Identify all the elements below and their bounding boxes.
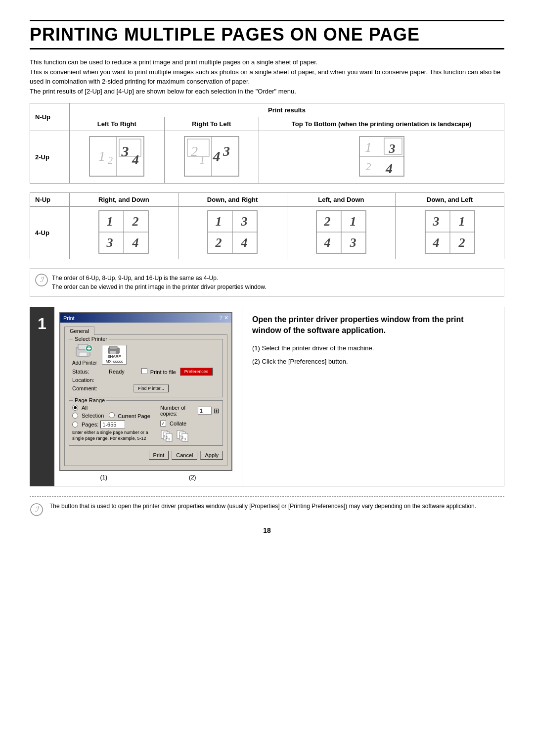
svg-text:3: 3 [432, 214, 439, 229]
svg-text:2: 2 [323, 214, 330, 229]
2up-right-to-left: 2 1 4 3 [164, 131, 259, 184]
bottom-note: ℐ The button that is used to open the pr… [30, 496, 504, 517]
all-label: All [82, 405, 88, 411]
step-1-section: 1 Print ? ✕ General Select Printer [30, 307, 504, 486]
all-radio[interactable] [72, 405, 78, 411]
printer-icon-area: Add Printer SHARPMX-xxxxx [72, 343, 220, 366]
copies-label: Number of copies: [160, 405, 196, 417]
collate-checkbox[interactable]: ✓ [160, 421, 166, 426]
print-to-file-area: Print to file [141, 368, 176, 375]
col-top-to-bottom: Top To Bottom (when the printing orienta… [259, 117, 504, 131]
add-printer-area: Add Printer [72, 343, 97, 366]
4up-down-right: 1 3 2 4 [178, 207, 287, 259]
pages-radio[interactable] [72, 422, 78, 427]
printer-name: SHARPMX-xxxxx [106, 354, 123, 364]
diagram-4up-ld: 2 1 4 3 [314, 210, 368, 254]
copies-input[interactable] [198, 407, 212, 415]
col-down-left: Down, and Left [396, 193, 504, 207]
svg-text:4: 4 [385, 161, 393, 176]
svg-text:3: 3 [168, 437, 171, 441]
dialog-section-printer-label: Select Printer [73, 336, 109, 342]
comment-label: Comment: [72, 385, 107, 391]
pages-hint: Enter either a single page number or a s… [72, 430, 150, 441]
callout-1: (1) [100, 474, 107, 481]
diagram-4up-rd: 1 2 3 4 [96, 210, 151, 254]
nup-header-4up: N-Up [30, 193, 70, 207]
svg-text:2: 2 [191, 143, 198, 159]
preferences-button[interactable]: Preferences [180, 368, 213, 376]
svg-text:1: 1 [458, 214, 465, 229]
svg-text:1: 1 [107, 214, 113, 229]
dialog-section-page-label: Page Range [73, 397, 106, 403]
note1-line1: The order of 6-Up, 8-Up, 9-Up, and 16-Up… [52, 274, 497, 283]
page-range-col: All Selection Current Page [72, 405, 150, 442]
note-box-1: ℐ The order of 6-Up, 8-Up, 9-Up, and 16-… [30, 268, 504, 297]
svg-rect-58 [110, 346, 117, 349]
intro-text: This function can be used to reduce a pr… [30, 57, 504, 96]
print-results-table-4up: N-Up Right, and Down Down, and Right Lef… [30, 192, 504, 259]
step-content: Print ? ✕ General Select Printer [54, 307, 504, 486]
svg-text:3: 3 [184, 437, 186, 441]
svg-text:3: 3 [222, 143, 230, 159]
step-screenshot: Print ? ✕ General Select Printer [54, 307, 242, 486]
dialog-panel: Select Printer [64, 334, 227, 466]
step-number: 1 [30, 307, 54, 486]
diagram-4up-dr: 1 3 2 4 [205, 210, 260, 254]
pages-input[interactable] [100, 421, 125, 428]
print-dialog: Print ? ✕ General Select Printer [59, 312, 232, 471]
dialog-body: General Select Printer [60, 323, 231, 470]
print-results-table-2up: N-Up Print results Left To Right Right T… [30, 103, 504, 184]
page-number: 18 [30, 526, 504, 534]
svg-text:3: 3 [349, 236, 356, 250]
current-page-radio[interactable] [109, 412, 115, 418]
diagram-4up-dl: 3 1 4 2 [423, 210, 477, 254]
diagram-2up-ttb: 1 3 2 4 [355, 134, 409, 179]
svg-text:2: 2 [132, 214, 139, 229]
svg-text:ℐ: ℐ [40, 276, 44, 284]
step-instruction-1: (1) Select the printer driver of the mac… [252, 343, 494, 354]
svg-text:2: 2 [458, 236, 465, 250]
find-printer-button[interactable]: Find P inter... [134, 384, 169, 392]
svg-text:1: 1 [200, 155, 205, 166]
current-page-area: Current Page [109, 412, 150, 419]
note1-line2: The order can be viewed in the print ima… [52, 283, 497, 291]
nup-header: N-Up [30, 103, 70, 131]
dialog-footer: Print Cancel Apply [69, 449, 223, 462]
svg-rect-53 [79, 352, 87, 356]
find-printer-area: Find P inter... [134, 384, 169, 392]
status-value: Ready [109, 369, 125, 375]
print-to-file-checkbox[interactable] [141, 368, 147, 374]
apply-button[interactable]: Apply [200, 451, 223, 460]
dialog-section-printer: Select Printer [69, 339, 223, 397]
collate-icon-2: 1 2 3 [176, 429, 190, 442]
svg-text:1: 1 [98, 148, 105, 164]
diagram-2up-ltr: 1 2 3 4 [85, 134, 149, 179]
intro-p1: This function can be used to reduce a pr… [30, 57, 504, 67]
col-right-down: Right, and Down [70, 193, 178, 207]
2up-left-to-right: 1 2 3 4 [70, 131, 165, 184]
print-results-header: Print results [70, 103, 504, 117]
print-button[interactable]: Print [149, 451, 169, 460]
selection-radio[interactable] [72, 413, 78, 419]
svg-text:3: 3 [106, 236, 113, 250]
dialog-section-pagerange: Page Range All Selection [69, 400, 223, 446]
svg-rect-59 [110, 351, 116, 354]
dialog-titlebar: Print ? ✕ [60, 313, 231, 323]
svg-text:4: 4 [432, 236, 439, 250]
step-heading: Open the printer driver properties windo… [252, 314, 494, 336]
svg-text:4: 4 [132, 236, 139, 250]
intro-p3: The print results of [2-Up] and [4-Up] a… [30, 87, 504, 96]
svg-text:1: 1 [365, 140, 372, 155]
status-row: Status: Ready Print to file Preferences [72, 368, 213, 394]
svg-text:3: 3 [388, 142, 395, 156]
pages-label: Pages: [82, 422, 98, 427]
add-printer-label: Add Printer [72, 360, 97, 366]
selection-label: Selection [82, 413, 104, 419]
selected-printer-box: SHARPMX-xxxxx [102, 345, 127, 365]
copies-spinner[interactable]: ⊞ [214, 407, 220, 415]
printer-icon [107, 345, 122, 355]
diagram-2up-rtl: 2 1 4 3 [179, 134, 244, 179]
2up-label: 2-Up [30, 131, 70, 184]
cancel-button[interactable]: Cancel [172, 451, 197, 460]
svg-text:1: 1 [216, 214, 222, 229]
